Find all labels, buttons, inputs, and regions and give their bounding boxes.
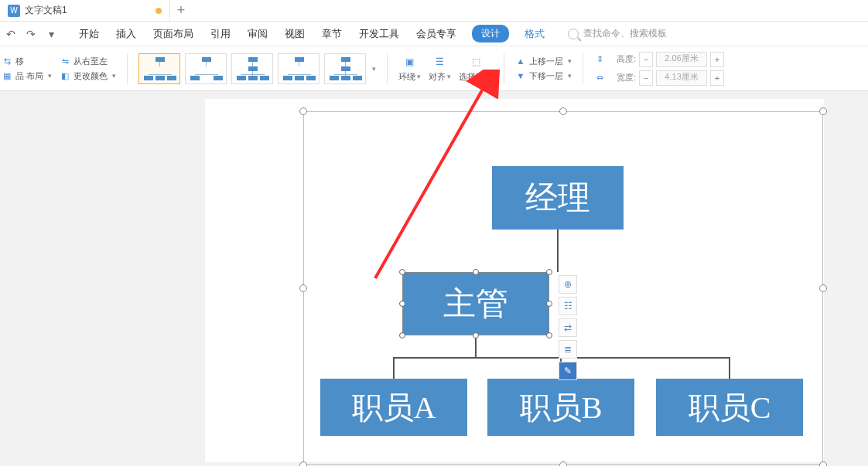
search-placeholder: 查找命令、搜索模板 [583,27,667,40]
layout-thumb-1[interactable] [138,53,180,84]
org-node-employee-a[interactable]: 职员A [320,379,467,436]
menu-start[interactable]: 开始 [77,26,101,43]
layout-thumb-2[interactable] [185,53,227,84]
resize-handle-sw[interactable] [299,461,307,466]
layout-gallery-more-icon[interactable]: ▾ [372,65,376,73]
quick-access-toolbar: ↶ ↷ ▾ [5,28,57,40]
node-handle[interactable] [546,332,552,338]
org-node-manager[interactable]: 经理 [492,166,624,230]
wps-word-icon: W [8,5,20,17]
height-input[interactable]: 2.06厘米 [656,52,707,67]
qat-dropdown-icon[interactable]: ▾ [45,28,57,40]
send-backward-icon: ▼ [515,70,526,81]
node-handle[interactable] [399,301,405,307]
org-node-employee-c[interactable]: 职员C [656,379,803,436]
new-tab-button[interactable]: + [170,2,192,19]
menu-insert[interactable]: 插入 [114,26,138,43]
resize-handle-nw[interactable] [299,107,307,115]
resize-handle-ne[interactable] [819,107,827,115]
node-handle[interactable] [399,332,405,338]
tab-format[interactable]: 格式 [523,26,546,43]
menu-member[interactable]: 会员专享 [415,26,458,43]
org-node-supervisor[interactable]: 主管 [402,272,549,335]
height-increase-button[interactable]: + [710,52,724,67]
align-icon: ☰ [432,55,449,69]
node-handle[interactable] [473,269,479,275]
org-node-employee-b[interactable]: 职员B [487,379,634,436]
width-input[interactable]: 4.13厘米 [656,70,707,86]
layout-icon: ▦ [2,70,12,81]
text-pane-icon[interactable]: ≣ [559,340,577,359]
resize-handle-n[interactable] [559,107,567,115]
node-handle[interactable] [473,332,479,338]
width-decrease-button[interactable]: − [639,70,653,86]
separator [583,53,583,84]
menu-review[interactable]: 审阅 [246,26,269,43]
promote-demote-icon[interactable]: ⇄ [559,318,577,337]
height-icon: ⇕ [594,54,605,65]
recolor-icon: ◧ [60,70,70,81]
ribbon-group-left1: ⇆移 ▦品 布局▾ [2,56,52,82]
menu-references[interactable]: 引用 [209,26,232,43]
separator [504,53,504,84]
separator [127,53,128,84]
tab-design[interactable]: 设计 [472,25,509,43]
align-button[interactable]: ☰ 对齐▾ [429,55,451,83]
ribbon-move-button[interactable]: 移 [15,56,24,67]
move-icon: ⇆ [2,56,12,66]
rtl-icon: ⇋ [60,56,70,66]
selection-pane-button[interactable]: ⬚ 选择窗格 [459,55,493,83]
menu-view[interactable]: 视图 [283,26,306,43]
menubar: ↶ ↷ ▾ 开始 插入 页面布局 引用 审阅 视图 章节 开发工具 会员专享 设… [0,22,868,46]
layout-thumb-4[interactable] [278,53,320,84]
menu-chapter[interactable]: 章节 [320,26,343,43]
node-handle[interactable] [546,269,552,275]
ribbon-design: ⇆移 ▦品 布局▾ ⇋从右至左 ◧更改颜色▾ ▾ ▣ 环绕 [0,46,868,91]
titlebar: W 文字文稿1 + [0,0,868,22]
bring-forward-icon: ▲ [515,56,526,66]
wrap-icon: ▣ [402,55,419,69]
width-label: 宽度: [608,72,636,83]
document-title: 文字文稿1 [25,4,67,17]
ribbon-arrange-group: ▲上移一层▾ ▼下移一层▾ [515,56,572,82]
layout-thumb-3[interactable] [231,53,273,84]
layout-quick-icon[interactable]: ☷ [559,297,577,315]
bring-forward-button[interactable]: 上移一层 [529,56,563,67]
add-shape-icon[interactable]: ⊕ [559,275,577,294]
selection-pane-icon: ⬚ [467,55,484,69]
undo-icon[interactable]: ↶ [5,28,17,40]
ribbon-recolor-button[interactable]: 更改颜色 [73,70,108,82]
menu-page-layout[interactable]: 页面布局 [152,26,195,43]
ribbon-group-left2: ⇋从右至左 ◧更改颜色▾ [60,56,116,82]
menu-dev-tools[interactable]: 开发工具 [357,26,401,43]
ribbon-rtl-button[interactable]: 从右至左 [73,56,108,67]
org-connector [729,357,730,379]
resize-handle-e[interactable] [819,284,827,292]
edit-icon[interactable]: ✎ [559,362,577,380]
resize-handle-se[interactable] [819,461,827,466]
width-icon: ⇔ [594,73,605,83]
smartart-layout-gallery: ▾ [138,53,376,84]
separator [387,53,388,84]
search-icon [568,29,579,39]
org-connector [557,230,559,272]
height-label: 高度: [608,53,636,65]
layout-thumb-5[interactable] [324,53,366,84]
redo-icon[interactable]: ↷ [25,28,37,40]
org-connector [393,357,395,379]
org-connector [475,335,477,357]
resize-handle-s[interactable] [559,461,567,466]
height-decrease-button[interactable]: − [639,52,653,67]
send-backward-button[interactable]: 下移一层 [529,70,563,82]
resize-handle-w[interactable] [299,284,307,292]
node-handle[interactable] [399,269,405,275]
smartart-mini-toolbar: ⊕ ☷ ⇄ ≣ ✎ [559,275,577,380]
width-increase-button[interactable]: + [710,70,724,86]
document-tab[interactable]: W 文字文稿1 [0,0,170,21]
size-group: ⇕ 高度: − 2.06厘米 + ⇔ 宽度: − 4.13厘米 + [594,52,724,86]
wrap-button[interactable]: ▣ 环绕▾ [398,55,421,83]
node-handle[interactable] [546,301,552,307]
command-search[interactable]: 查找命令、搜索模板 [568,27,667,40]
ribbon-layout-button[interactable]: 品 布局 [15,70,43,82]
unsaved-indicator-icon [155,8,162,14]
